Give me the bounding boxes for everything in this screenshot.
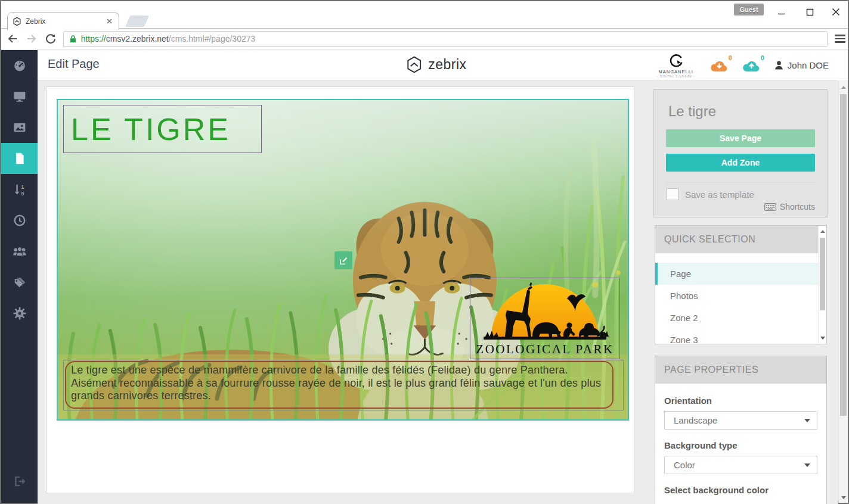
shortcuts-label: Shortcuts xyxy=(780,202,815,211)
quick-selection-list: Page Photos Zone 2 Zone 3 xyxy=(655,253,818,344)
forward-button[interactable] xyxy=(24,31,39,46)
user-icon xyxy=(774,60,783,70)
download-count-badge: 0 xyxy=(729,54,732,61)
quick-selection-item-page[interactable]: Page xyxy=(655,263,818,285)
quick-selection-scroll-thumb[interactable] xyxy=(820,238,825,310)
background-color-label: Select background color xyxy=(664,485,817,495)
save-as-template-checkbox[interactable] xyxy=(667,188,678,200)
url-path: /cms.html#/page/30273 xyxy=(169,34,256,43)
scroll-down-icon[interactable] xyxy=(820,337,825,340)
main-content: LE TIGRE xyxy=(38,80,838,504)
https-lock-icon xyxy=(69,35,77,43)
zebrix-logo-icon xyxy=(405,55,422,74)
browser-titlebar: Zebrix Guest xyxy=(1,1,848,29)
header-strip xyxy=(838,50,848,80)
brand-name: zebrix xyxy=(428,57,466,73)
orientation-value: Landscape xyxy=(674,415,717,425)
zone-title[interactable]: LE TIGRE xyxy=(63,105,262,153)
tab-close-icon[interactable] xyxy=(104,17,114,26)
clock-icon xyxy=(13,214,26,227)
new-tab-button[interactable] xyxy=(125,15,149,27)
url-host: cmsv2.zebrix.net xyxy=(106,34,169,43)
browser-menu-icon[interactable] xyxy=(832,32,848,46)
svg-text:9: 9 xyxy=(21,191,24,196)
page-scroll-thumb[interactable] xyxy=(840,94,847,416)
quick-selection-panel: QUICK SELECTION Page Photos Zone 2 Zone … xyxy=(655,225,827,344)
upload-count-badge: 0 xyxy=(761,54,764,61)
guest-badge[interactable]: Guest xyxy=(734,4,764,15)
browser-tab[interactable]: Zebrix xyxy=(7,12,119,30)
sidebar-item-tags[interactable] xyxy=(1,267,38,298)
users-icon xyxy=(13,245,27,258)
edit-zone-button[interactable] xyxy=(334,251,352,269)
partner-tagline: - DIGITAL SIGNAGE - xyxy=(658,75,695,78)
edit-pencil-icon xyxy=(339,256,348,265)
svg-text:1: 1 xyxy=(21,184,24,190)
background-type-value: Color xyxy=(674,460,695,470)
quick-selection-item-photos[interactable]: Photos xyxy=(655,285,818,307)
current-page-name: Le tigre xyxy=(668,103,827,120)
screen-icon xyxy=(13,90,26,103)
background-type-select[interactable]: Color xyxy=(664,456,817,474)
sidebar-item-playlist-order[interactable]: 1 9 xyxy=(1,174,38,205)
partner-logo: MANGANELLI - DIGITAL SIGNAGE - xyxy=(656,54,696,78)
url-scheme: https:// xyxy=(81,34,106,43)
sidebar-item-screens[interactable] xyxy=(1,81,38,112)
sidebar-item-users[interactable] xyxy=(1,236,38,267)
sidebar-item-dashboard[interactable] xyxy=(1,50,38,81)
download-cloud-button[interactable]: 0 xyxy=(710,58,728,73)
dashboard-icon xyxy=(13,59,26,72)
window-maximize-button[interactable] xyxy=(800,5,820,19)
gear-icon xyxy=(13,307,26,320)
sidebar-item-logout[interactable] xyxy=(1,466,38,497)
page-scroll-up-icon[interactable] xyxy=(841,86,846,89)
browser-toolbar: https://cmsv2.zebrix.net/cms.html#/page/… xyxy=(1,29,848,49)
sidebar: 1 9 xyxy=(1,50,38,503)
shortcuts-link[interactable]: Shortcuts xyxy=(764,202,815,211)
partner-name: MANGANELLI xyxy=(659,69,693,74)
quick-selection-item-zone2[interactable]: Zone 2 xyxy=(655,307,818,329)
zebrix-brand: zebrix xyxy=(405,55,466,74)
back-button[interactable] xyxy=(5,31,20,46)
zone-paragraph-text: Le tigre est une espèce de mammifère car… xyxy=(65,361,613,409)
sidebar-item-schedule[interactable] xyxy=(1,205,38,236)
quick-selection-item-zone3[interactable]: Zone 3 xyxy=(655,329,818,344)
tags-icon xyxy=(13,276,27,289)
logout-icon xyxy=(13,475,26,488)
page-properties-title: PAGE PROPERTIES xyxy=(655,356,826,384)
tab-title: Zebrix xyxy=(26,17,104,26)
sidebar-item-settings[interactable] xyxy=(1,298,38,329)
scroll-up-icon[interactable] xyxy=(820,230,825,233)
zone-paragraph[interactable]: Le tigre est une espèce de mammifère car… xyxy=(63,360,624,410)
zebrix-favicon-icon xyxy=(13,17,21,26)
zone-logo[interactable]: ZOOLOGICAL PARK xyxy=(470,278,620,359)
window-close-button[interactable] xyxy=(826,5,846,19)
page-icon xyxy=(13,152,26,165)
orientation-select[interactable]: Landscape xyxy=(664,411,817,430)
sidebar-item-pages[interactable] xyxy=(1,143,38,174)
zoological-park-logo: ZOOLOGICAL PARK xyxy=(470,278,619,359)
orientation-label: Orientation xyxy=(664,396,817,406)
cloud-download-icon xyxy=(710,58,728,73)
upload-cloud-button[interactable]: 0 xyxy=(742,58,760,73)
user-menu[interactable]: John DOE xyxy=(774,60,829,70)
sort-numeric-icon: 1 9 xyxy=(13,183,26,196)
save-as-template-label: Save as template xyxy=(685,189,754,200)
url-address-bar[interactable]: https://cmsv2.zebrix.net/cms.html#/page/… xyxy=(63,31,828,47)
manganelli-logo-icon xyxy=(668,54,684,69)
select-caret-icon xyxy=(804,419,810,422)
image-icon xyxy=(13,121,26,134)
page-stage[interactable]: LE TIGRE xyxy=(57,99,629,421)
save-page-button[interactable]: Save Page xyxy=(666,129,815,147)
sidebar-item-media[interactable] xyxy=(1,112,38,143)
actions-panel: Le tigre Save Page Add Zone Save as temp… xyxy=(653,89,828,217)
add-zone-button[interactable]: Add Zone xyxy=(666,154,815,172)
quick-selection-title: QUICK SELECTION xyxy=(655,226,818,253)
browser-window: Zebrix Guest xyxy=(0,0,849,504)
app-header: Edit Page zebrix MANGANELLI - DIGITAL SI… xyxy=(38,50,838,80)
window-minimize-button[interactable] xyxy=(771,5,791,19)
quick-selection-scrollbar[interactable] xyxy=(818,226,826,344)
page-scrollbar[interactable] xyxy=(838,81,848,503)
page-scroll-down-icon[interactable] xyxy=(841,496,846,499)
refresh-button[interactable] xyxy=(43,31,58,46)
